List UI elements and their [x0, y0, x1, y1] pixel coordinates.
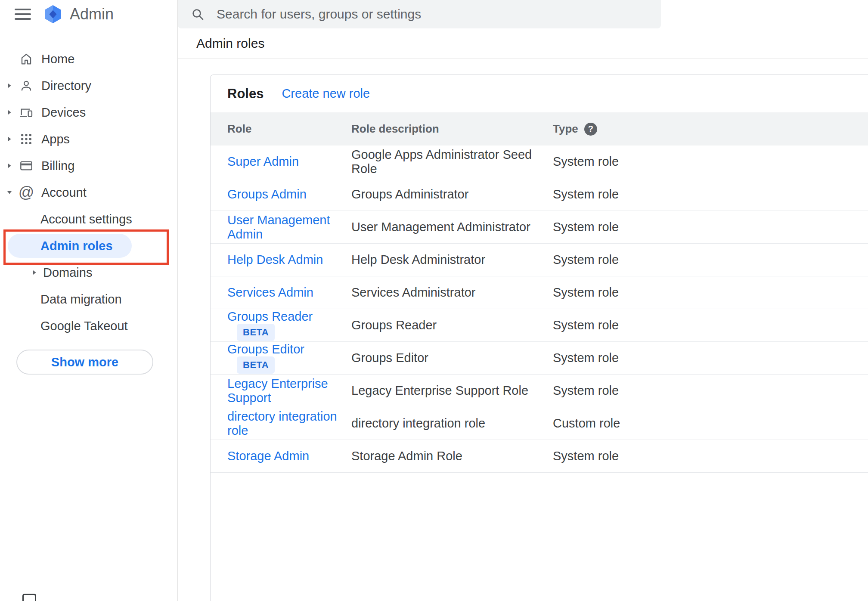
role-type: System role — [553, 187, 868, 201]
role-link[interactable]: Services Admin — [227, 285, 313, 299]
sidebar-item-label: Billing — [41, 159, 74, 173]
help-icon[interactable]: ? — [584, 123, 597, 136]
role-description: Storage Admin Role — [351, 449, 553, 463]
search-input[interactable] — [217, 7, 661, 22]
roles-card-header: Roles Create new role — [211, 75, 868, 112]
role-type: System role — [553, 285, 868, 300]
table-header-row: Role Role description Type ? — [211, 112, 868, 146]
chevron-down-icon[interactable] — [4, 189, 15, 196]
sidebar-item-apps[interactable]: Apps — [0, 126, 177, 152]
sidebar-item-label: Google Takeout — [40, 319, 128, 333]
role-link[interactable]: Storage Admin — [227, 449, 309, 463]
sidebar-item-admin-roles[interactable]: Admin roles — [0, 232, 177, 259]
home-icon — [19, 52, 34, 66]
role-link[interactable]: User Management Admin — [227, 213, 330, 241]
sidebar-nav: Home Directory Devices — [0, 46, 177, 375]
role-link[interactable]: Groups Reader — [227, 310, 313, 323]
table-row: Legacy Enterprise Support Legacy Enterpr… — [211, 375, 868, 407]
sidebar-header: Admin — [0, 0, 177, 28]
breadcrumb: Admin roles — [196, 36, 264, 51]
sidebar-item-label: Admin roles — [40, 239, 113, 253]
app-title: Admin — [70, 5, 114, 23]
role-type: System role — [553, 155, 868, 169]
role-description: Google Apps Administrator Seed Role — [351, 148, 553, 176]
sidebar-item-label: Account — [41, 186, 87, 200]
role-type: System role — [553, 318, 868, 332]
role-link[interactable]: directory integration role — [227, 409, 337, 437]
sidebar-item-account[interactable]: @ Account — [0, 179, 177, 206]
beta-badge: BETA — [237, 356, 275, 374]
role-type: System role — [553, 449, 868, 463]
role-description: User Management Administrator — [351, 220, 553, 234]
role-link[interactable]: Help Desk Admin — [227, 253, 323, 266]
role-link[interactable]: Groups Admin — [227, 187, 307, 201]
role-type: System role — [553, 384, 868, 398]
table-row: Groups Editor BETA Groups Editor System … — [211, 342, 868, 375]
chevron-right-icon[interactable] — [4, 162, 15, 169]
sidebar-item-label: Apps — [41, 132, 70, 146]
search-icon — [191, 7, 205, 21]
column-header-type: Type ? — [553, 122, 868, 136]
selected-item-pill[interactable]: Admin roles — [8, 234, 132, 258]
main-content: Admin roles Roles Create new role Role R… — [178, 0, 868, 601]
apps-grid-icon — [19, 132, 34, 146]
role-description: Legacy Enterprise Support Role — [351, 384, 553, 398]
sidebar-item-data-migration[interactable]: Data migration — [0, 286, 177, 313]
table-row: Groups Admin Groups Administrator System… — [211, 178, 868, 211]
role-type: Custom role — [553, 416, 868, 431]
table-row: Groups Reader BETA Groups Reader System … — [211, 309, 868, 342]
role-type: System role — [553, 220, 868, 234]
admin-logo-icon — [43, 4, 63, 24]
role-description: Help Desk Administrator — [351, 253, 553, 267]
column-header-role: Role — [227, 122, 351, 136]
sidebar-item-label: Directory — [41, 79, 91, 93]
sidebar-item-devices[interactable]: Devices — [0, 99, 177, 126]
sidebar-item-label: Account settings — [40, 212, 132, 226]
chevron-right-icon[interactable] — [4, 136, 15, 143]
role-link[interactable]: Groups Editor — [227, 342, 304, 356]
sidebar-item-account-settings[interactable]: Account settings — [0, 206, 177, 232]
sidebar-item-directory[interactable]: Directory — [0, 72, 177, 99]
role-type: System role — [553, 253, 868, 267]
role-link[interactable]: Legacy Enterprise Support — [227, 377, 328, 405]
table-row: Super Admin Google Apps Administrator Se… — [211, 146, 868, 178]
column-header-description: Role description — [351, 122, 553, 136]
partial-cutoff-icon — [22, 594, 36, 601]
role-description: Groups Reader — [351, 318, 553, 332]
table-row: User Management Admin User Management Ad… — [211, 211, 868, 244]
sidebar-item-billing[interactable]: Billing — [0, 152, 177, 179]
billing-icon — [19, 159, 34, 173]
roles-card: Roles Create new role Role Role descript… — [210, 74, 868, 601]
chevron-right-icon[interactable] — [4, 109, 15, 116]
table-row: Help Desk Admin Help Desk Administrator … — [211, 244, 868, 276]
chevron-right-icon[interactable] — [29, 269, 40, 276]
table-row: Storage Admin Storage Admin Role System … — [211, 440, 868, 473]
sidebar-item-label: Domains — [43, 266, 92, 280]
sidebar-item-home[interactable]: Home — [0, 46, 177, 72]
role-type: System role — [553, 351, 868, 365]
table-row: Services Admin Services Administrator Sy… — [211, 276, 868, 309]
card-title: Roles — [227, 86, 264, 102]
role-link[interactable]: Super Admin — [227, 155, 299, 168]
role-description: Groups Editor — [351, 351, 553, 365]
menu-icon[interactable] — [15, 9, 31, 20]
table-row: directory integration role directory int… — [211, 407, 868, 440]
devices-icon — [19, 105, 34, 119]
sidebar-item-domains[interactable]: Domains — [0, 259, 177, 286]
sidebar-item-label: Data migration — [40, 292, 122, 307]
create-new-role-link[interactable]: Create new role — [282, 87, 370, 101]
beta-badge: BETA — [237, 324, 275, 341]
sidebar-item-label: Devices — [41, 105, 86, 120]
show-more-button[interactable]: Show more — [16, 350, 153, 375]
role-description: Groups Administrator — [351, 187, 553, 201]
chevron-right-icon[interactable] — [4, 82, 15, 89]
sidebar-item-label: Home — [41, 52, 74, 66]
role-description: directory integration role — [351, 416, 553, 431]
role-description: Services Administrator — [351, 285, 553, 300]
sidebar: Admin Home Directory Devi — [0, 0, 178, 601]
search-bar[interactable] — [178, 0, 661, 28]
breadcrumb-row: Admin roles — [178, 28, 868, 59]
sidebar-item-google-takeout[interactable]: Google Takeout — [0, 313, 177, 339]
person-icon — [19, 79, 34, 93]
at-icon: @ — [19, 185, 34, 200]
